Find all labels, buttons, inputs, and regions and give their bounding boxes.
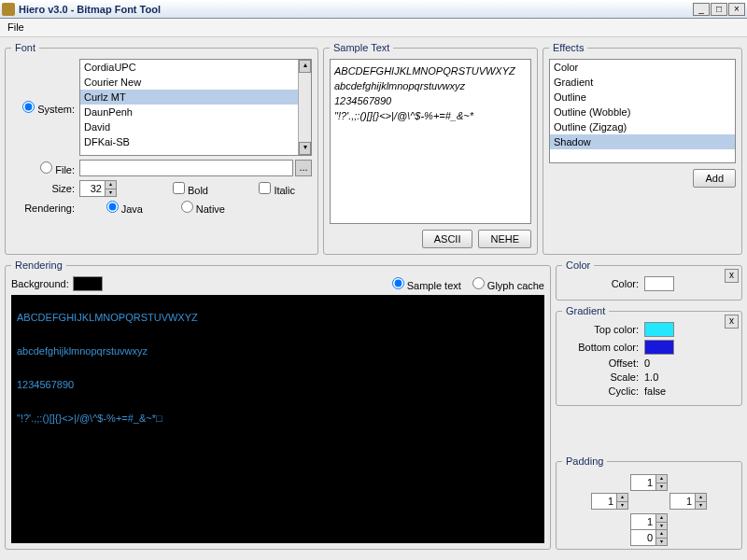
glyph-cache-radio-label[interactable]: Glyph cache [472,277,544,291]
list-item[interactable]: DFKai-SB [80,134,311,149]
glyph-cache-radio[interactable] [472,277,485,289]
window-title: Hiero v3.0 - Bitmap Font Tool [19,4,692,15]
top-color-swatch[interactable] [644,322,674,337]
list-item[interactable]: Outline (Wobble) [550,105,735,119]
size-label: Size: [11,183,75,194]
sample-textarea[interactable]: ABCDEFGHIJKLMNOPQRSTUVWXYZ abcdefghijklm… [330,59,531,224]
sample-legend: Sample Text [330,42,393,53]
file-radio[interactable] [40,161,52,174]
offset-value: 0 [644,357,650,369]
color-swatch[interactable] [644,276,674,291]
cyclic-value: false [644,385,666,397]
minimize-button[interactable]: _ [693,3,710,16]
list-item[interactable]: Outline [550,90,735,105]
java-radio-label[interactable]: Java [79,201,143,215]
browse-button[interactable]: ... [295,160,312,176]
padding-bottom-stepper[interactable]: ▴▾ [630,513,668,530]
java-radio[interactable] [106,201,119,213]
system-radio[interactable] [22,101,35,113]
color-legend: Color [562,259,594,271]
italic-checkbox[interactable] [259,182,271,194]
close-button[interactable]: × [728,3,745,16]
list-item[interactable]: Courier New [80,75,311,90]
color-label: Color: [562,278,639,289]
gradient-legend: Gradient [562,305,609,316]
italic-checkbox-label[interactable]: Italic [232,182,295,196]
file-field[interactable] [79,160,293,176]
render-view: ABCDEFGHIJKLMNOPQRSTUVWXYZ abcdefghijklm… [11,295,544,543]
ascii-button[interactable]: ASCII [422,230,473,248]
file-radio-label[interactable]: File: [11,161,75,175]
color-subpanel: Color x Color: [556,259,742,301]
sample-text-radio[interactable] [392,277,404,289]
bold-checkbox-label[interactable]: Bold [145,182,208,196]
scale-value: 1.0 [644,371,658,383]
scrollbar[interactable]: ▴▾ [298,60,311,155]
list-item[interactable]: Curlz MT [80,90,311,105]
list-item[interactable]: Outline (Zigzag) [550,119,735,134]
effects-panel: Effects Color Gradient Outline Outline (… [543,42,742,255]
bottom-color-swatch[interactable] [644,340,674,355]
padding-legend: Padding [562,455,607,467]
gradient-subpanel: Gradient x Top color: Bottom color: Offs… [556,305,742,406]
rendering-label: Rendering: [11,203,75,214]
list-item[interactable]: Color [550,60,735,75]
padding-y-stepper[interactable]: ▴▾ [630,529,668,546]
titlebar: Hiero v3.0 - Bitmap Font Tool _ □ × [0,0,747,19]
background-label: Background: [11,278,69,289]
effects-list[interactable]: Color Gradient Outline Outline (Wobble) … [549,59,736,163]
sample-text-panel: Sample Text ABCDEFGHIJKLMNOPQRSTUVWXYZ a… [323,42,538,255]
size-stepper[interactable]: ▴▾ [79,180,117,197]
native-radio-label[interactable]: Native [162,201,225,215]
padding-left-stepper[interactable]: ▴▾ [591,493,628,510]
app-icon [2,3,15,16]
sample-text-radio-label[interactable]: Sample text [392,277,461,291]
effects-legend: Effects [549,42,587,53]
gradient-close-button[interactable]: x [725,315,739,329]
font-legend: Font [11,42,39,53]
menu-file[interactable]: File [7,21,24,33]
padding-top-stepper[interactable]: ▴▾ [630,474,668,491]
list-item[interactable]: Shadow [550,134,735,149]
nehe-button[interactable]: NEHE [478,230,531,248]
list-item[interactable]: CordiaUPC [80,60,311,75]
list-item[interactable]: David [80,119,311,134]
rendering-legend: Rendering [11,259,66,271]
native-radio[interactable] [181,201,193,213]
color-close-button[interactable]: x [725,269,739,283]
list-item[interactable]: Gradient [550,75,735,90]
list-item[interactable]: DaunPenh [80,105,311,119]
add-button[interactable]: Add [693,169,736,188]
system-radio-label[interactable]: System: [11,101,75,115]
rendering-panel: Rendering Background: Sample text Glyph … [5,259,551,550]
background-swatch[interactable] [73,276,103,291]
bold-checkbox[interactable] [173,182,185,194]
font-panel: Font System: CordiaUPC Courier New Curlz… [5,42,318,255]
menubar: File [0,19,747,37]
system-font-list[interactable]: CordiaUPC Courier New Curlz MT DaunPenh … [79,59,312,156]
padding-right-stepper[interactable]: ▴▾ [669,493,707,510]
padding-panel: Padding ▴▾ ▴▾ ▴▾ ▴▾ X: ▴▾ Y: ▴▾ [556,455,742,550]
maximize-button[interactable]: □ [711,3,727,16]
